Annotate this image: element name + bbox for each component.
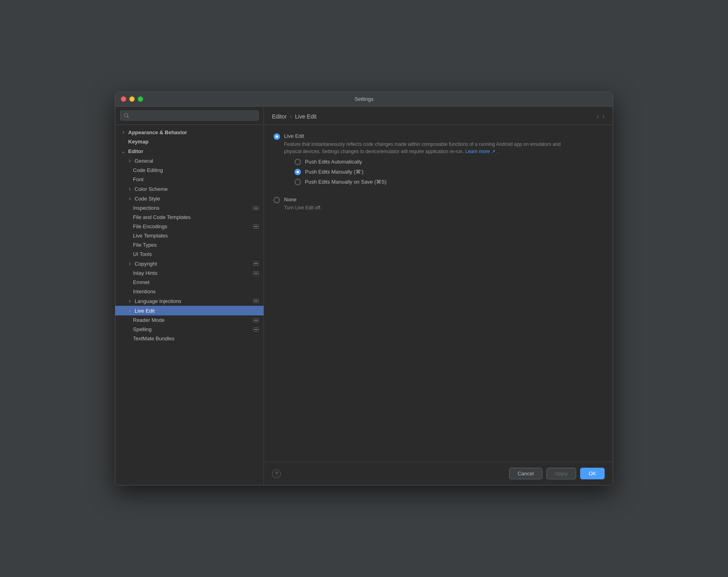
sidebar-item-reader-mode[interactable]: Reader Mode [115, 315, 264, 325]
radio-live-edit-button[interactable] [274, 133, 280, 140]
live-edit-desc-text: Feature that instantaneously reflects co… [284, 141, 560, 154]
sidebar-item-label: TextMate Bundles [133, 336, 174, 342]
none-option-label: None [284, 196, 321, 203]
footer-right: Cancel Apply OK [509, 468, 605, 479]
sidebar-item-label: File and Code Templates [133, 214, 191, 220]
sidebar-item-language-injections[interactable]: Language Injections [115, 296, 264, 306]
sidebar-item-label: Emmet [133, 279, 149, 285]
sidebar-item-label: Code Editing [133, 167, 163, 173]
suboption-push-manual: Push Edits Manually (⌘') [294, 168, 565, 175]
sidebar-item-emmet[interactable]: Emmet [115, 278, 264, 287]
main-content: Appearance & Behavior Keymap Editor Gene… [115, 106, 613, 485]
sidebar-item-spelling[interactable]: Spelling [115, 325, 264, 334]
nav-forward-button[interactable]: › [602, 112, 605, 121]
sidebar-item-code-editing[interactable]: Code Editing [115, 166, 264, 175]
live-edit-desc-suffix: . [497, 149, 498, 154]
traffic-lights [121, 96, 143, 102]
window-title: Settings [355, 96, 374, 102]
sidebar-item-label: General [135, 158, 153, 164]
chevron-right-icon [120, 129, 127, 135]
chevron-right-icon [127, 298, 133, 304]
live-edit-option-label: Live Edit [284, 133, 565, 139]
nav-tree: Appearance & Behavior Keymap Editor Gene… [115, 125, 264, 485]
sidebar-item-font[interactable]: Font [115, 175, 264, 184]
search-input[interactable] [131, 113, 255, 119]
sidebar-item-label: Editor [128, 148, 143, 154]
sidebar-item-label: Keymap [128, 139, 149, 145]
panel-header: Editor › Live Edit ‹ › [264, 106, 613, 125]
sidebar-item-inspections[interactable]: Inspections [115, 203, 264, 213]
chevron-right-icon [127, 195, 133, 202]
chevron-right-icon [127, 307, 133, 314]
sidebar-item-appearance[interactable]: Appearance & Behavior [115, 127, 264, 137]
search-bar [115, 106, 264, 125]
live-edit-learn-more-link[interactable]: Learn more ↗ [465, 149, 495, 154]
badge-icon [253, 225, 259, 229]
sidebar-item-label: Reader Mode [133, 317, 165, 323]
ok-button[interactable]: OK [580, 468, 605, 479]
sidebar-item-live-templates[interactable]: Live Templates [115, 231, 264, 240]
breadcrumb-separator: › [290, 113, 292, 120]
sidebar-item-textmate-bundles[interactable]: TextMate Bundles [115, 334, 264, 343]
badge-icon [253, 271, 259, 275]
sidebar-item-label: File Encodings [133, 223, 167, 229]
minimize-button[interactable] [129, 96, 135, 102]
close-button[interactable] [121, 96, 126, 102]
suboption-push-auto-label: Push Edits Automatically [305, 159, 362, 165]
sidebar-item-keymap[interactable]: Keymap [115, 137, 264, 146]
suboption-push-manual-label: Push Edits Manually (⌘') [305, 169, 364, 175]
panel-body: Live Edit Feature that instantaneously r… [264, 125, 613, 462]
sidebar-item-intentions[interactable]: Intentions [115, 287, 264, 296]
live-edit-option-desc: Feature that instantaneously reflects co… [284, 141, 565, 155]
chevron-right-icon [127, 186, 133, 192]
radio-push-save-button[interactable] [294, 179, 301, 185]
sidebar-item-code-style[interactable]: Code Style [115, 194, 264, 203]
sidebar-item-label: Code Style [135, 196, 160, 202]
sidebar-item-label: Font [133, 176, 143, 182]
sidebar-item-label: Intentions [133, 288, 155, 295]
sidebar-item-editor[interactable]: Editor [115, 146, 264, 156]
badge-icon [253, 299, 259, 303]
search-icon [124, 113, 129, 118]
radio-push-manual-button[interactable] [294, 169, 301, 175]
footer: ? Cancel Apply OK [264, 462, 613, 485]
radio-push-auto-button[interactable] [294, 159, 301, 165]
live-edit-option-content: Live Edit Feature that instantaneously r… [284, 133, 565, 188]
sidebar-item-color-scheme[interactable]: Color Scheme [115, 184, 264, 194]
badge-icon [253, 206, 259, 210]
apply-button[interactable]: Apply [546, 468, 577, 479]
sidebar-item-label: Live Templates [133, 233, 168, 239]
sidebar-item-live-edit[interactable]: Live Edit [115, 306, 264, 315]
maximize-button[interactable] [138, 96, 143, 102]
none-option-group: None Turn Live Edit off. [274, 196, 603, 211]
sidebar-item-label: Spelling [133, 326, 151, 332]
chevron-right-icon [127, 260, 133, 267]
radio-none-button[interactable] [274, 197, 280, 203]
sidebar-item-file-encodings[interactable]: File Encodings [115, 222, 264, 231]
svg-line-1 [127, 117, 129, 118]
sidebar: Appearance & Behavior Keymap Editor Gene… [115, 106, 264, 485]
cancel-button[interactable]: Cancel [509, 468, 542, 479]
search-input-wrapper[interactable] [120, 110, 259, 121]
sidebar-item-ui-tools[interactable]: UI Tools [115, 250, 264, 259]
none-option-desc: Turn Live Edit off. [284, 204, 321, 211]
suboption-push-save-label: Push Edits Manually on Save (⌘S) [305, 179, 386, 185]
sidebar-item-copyright[interactable]: Copyright [115, 259, 264, 268]
breadcrumb: Editor › Live Edit [272, 113, 317, 120]
sidebar-item-label: Appearance & Behavior [128, 129, 187, 135]
sidebar-item-file-types[interactable]: File Types [115, 240, 264, 250]
sidebar-item-inlay-hints[interactable]: Inlay Hints [115, 268, 264, 278]
chevron-down-icon [120, 148, 127, 154]
nav-back-button[interactable]: ‹ [597, 112, 599, 121]
breadcrumb-parent: Editor [272, 113, 287, 120]
sidebar-item-general[interactable]: General [115, 156, 264, 166]
badge-icon [253, 318, 259, 322]
suboption-push-save: Push Edits Manually on Save (⌘S) [294, 178, 565, 185]
chevron-right-icon [127, 158, 133, 164]
help-button[interactable]: ? [272, 469, 281, 478]
footer-left: ? [272, 469, 281, 478]
sidebar-item-label: Inlay Hints [133, 270, 157, 276]
sidebar-item-label: File Types [133, 242, 157, 248]
sidebar-item-file-code-templates[interactable]: File and Code Templates [115, 213, 264, 222]
title-bar: Settings [115, 92, 613, 106]
